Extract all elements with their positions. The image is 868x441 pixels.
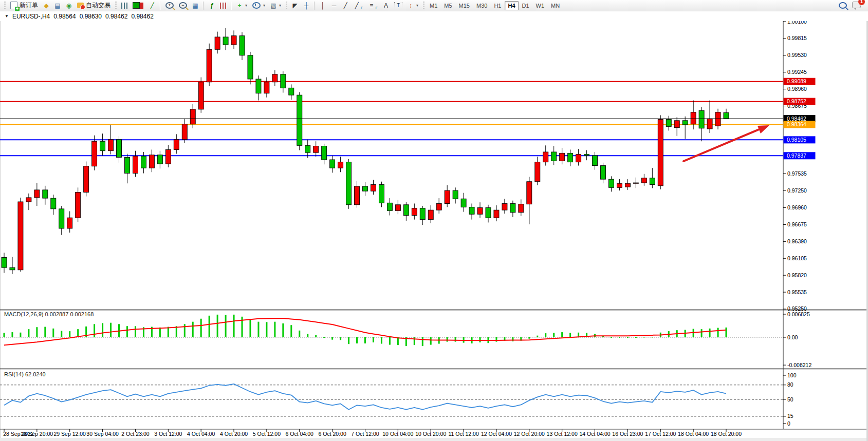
price-tick-label: 0.96675 (787, 221, 807, 227)
cursor-button[interactable]: ◤ (289, 0, 301, 11)
main-toolbar: 新订单◆▤◉自动交易╱+−▦ƒ+▾▾▧▾◤┼│─╱╱E≡FAT↕▾M1M5M15… (0, 0, 868, 11)
text-label-button[interactable]: T (392, 0, 405, 11)
time-tick-label: 18 Oct 20:00 (711, 431, 742, 437)
equidistant-channel-button[interactable]: ╱E (351, 0, 366, 11)
chart-canvas[interactable]: 1.001000.998150.995300.992450.989600.986… (0, 0, 868, 441)
macd-histogram-bar (512, 337, 513, 341)
bear-candle (322, 146, 327, 160)
macd-histogram-bar (643, 337, 645, 337)
indicators-list-button[interactable]: ƒ (206, 0, 217, 11)
period-select-button[interactable]: ▾ (250, 0, 268, 11)
macd-histogram-bar (257, 322, 259, 337)
bear-candle (305, 145, 310, 152)
market-watch-button[interactable]: ▤ (52, 0, 63, 11)
timeframe-m30[interactable]: M30 (473, 1, 490, 10)
bull-candle (34, 190, 40, 198)
metaeditor-button[interactable]: ◆ (41, 0, 52, 11)
time-tick-label: 30 Sep 04:00 (86, 431, 119, 437)
price-badge-label: 0.99089 (787, 78, 806, 84)
dropdown-caret-icon[interactable]: ▾ (263, 3, 265, 8)
bull-candle (535, 162, 540, 182)
bar-chart-button[interactable] (119, 0, 130, 11)
bull-candle (338, 162, 343, 168)
vertical-line-button[interactable]: │ (317, 0, 328, 11)
template-button[interactable]: ▧▾ (268, 0, 284, 11)
macd-histogram-bar (307, 334, 308, 337)
timeframe-m15[interactable]: M15 (456, 1, 473, 10)
candlestick-chart-button[interactable] (130, 0, 146, 11)
dropdown-caret-icon[interactable]: ▾ (245, 3, 247, 8)
bull-candle (215, 37, 220, 49)
macd-histogram-bar (528, 337, 530, 339)
bear-candle (239, 36, 245, 55)
autotrading-button[interactable]: 自动交易 (75, 0, 113, 11)
crosshair-button[interactable]: ┼ (301, 0, 312, 11)
macd-histogram-bar (389, 337, 391, 344)
timeframe-mn[interactable]: MN (548, 1, 563, 10)
macd-histogram-bar (537, 336, 538, 337)
toolbar-drag-handle (4, 2, 6, 9)
notifications-button[interactable]: 1 (852, 1, 861, 10)
zoom-out-button[interactable]: − (176, 0, 190, 11)
bull-candle (633, 183, 638, 183)
add-indicator-button[interactable]: +▾ (234, 0, 250, 11)
bull-candle (641, 178, 647, 183)
autotrading-button-label: 自动交易 (86, 1, 110, 10)
bull-candle (674, 121, 679, 128)
dropdown-caret-icon[interactable]: ▾ (279, 3, 281, 8)
fibonacci-button[interactable]: ≡F (366, 0, 380, 11)
macd-histogram-bar (348, 337, 349, 344)
chart-menu-dropdown-icon[interactable]: ▼ (5, 14, 9, 18)
bull-candle (707, 119, 712, 129)
horizontal-line-button[interactable]: ─ (328, 0, 340, 11)
trend-arrow-shaft (684, 129, 759, 161)
search-icon[interactable] (839, 2, 847, 9)
timeframe-h4[interactable]: H4 (505, 1, 518, 10)
price-badge-label: 0.97837 (787, 152, 806, 159)
time-tick-label: 12 Oct 04:00 (481, 431, 512, 437)
timeframe-h1[interactable]: H1 (491, 1, 504, 10)
macd-histogram-bar (447, 337, 448, 342)
new-order-button[interactable]: 新订单 (8, 0, 41, 11)
bear-candle (124, 157, 130, 173)
bull-candle (436, 203, 441, 210)
timeframe-m1[interactable]: M1 (427, 1, 440, 10)
periods-button[interactable] (217, 0, 229, 11)
macd-histogram-bar (77, 329, 79, 337)
macd-histogram-bar (110, 323, 112, 337)
bear-candle (699, 110, 704, 128)
line-chart-button[interactable]: ╱ (146, 0, 158, 11)
macd-histogram-bar (274, 322, 275, 337)
candlesticks (2, 28, 729, 274)
tile-windows-button[interactable]: ▦ (190, 0, 201, 11)
shapes-button[interactable]: ↕▾ (405, 0, 421, 11)
macd-histogram-bar (184, 324, 186, 337)
bull-candle (92, 141, 97, 166)
timeframe-m5[interactable]: M5 (441, 1, 455, 10)
bear-candle (403, 205, 409, 216)
macd-histogram-bar (168, 327, 169, 337)
macd-histogram-bar (455, 337, 456, 342)
bull-candle (133, 156, 138, 173)
price-tick-label: 0.98960 (787, 86, 807, 92)
macd-histogram-bar (290, 325, 292, 337)
trendline-button[interactable]: ╱ (340, 0, 351, 11)
text-button[interactable]: A (380, 0, 392, 11)
toolbar-separator (231, 2, 232, 10)
bull-candle (560, 153, 565, 161)
bull-candle (519, 204, 524, 213)
macd-histogram-bar (652, 337, 653, 337)
zoom-in-button[interactable]: + (163, 0, 176, 11)
rsi-panel: 1008050150RSI(14) 62.0240 (0, 371, 797, 427)
equidistant-channel-icon-modifier: E (361, 6, 363, 10)
bear-candle (650, 178, 655, 185)
timeframe-w1[interactable]: W1 (533, 1, 548, 10)
dropdown-caret-icon[interactable]: ▾ (416, 3, 418, 8)
bull-candle (231, 36, 236, 45)
macd-axis-label: -0.008212 (787, 362, 811, 368)
bull-candle (371, 185, 376, 191)
horizontal-line-icon: ─ (331, 2, 337, 10)
timeframe-d1[interactable]: D1 (519, 1, 532, 10)
signals-button[interactable]: ◉ (63, 0, 75, 11)
bull-candle (67, 218, 72, 228)
